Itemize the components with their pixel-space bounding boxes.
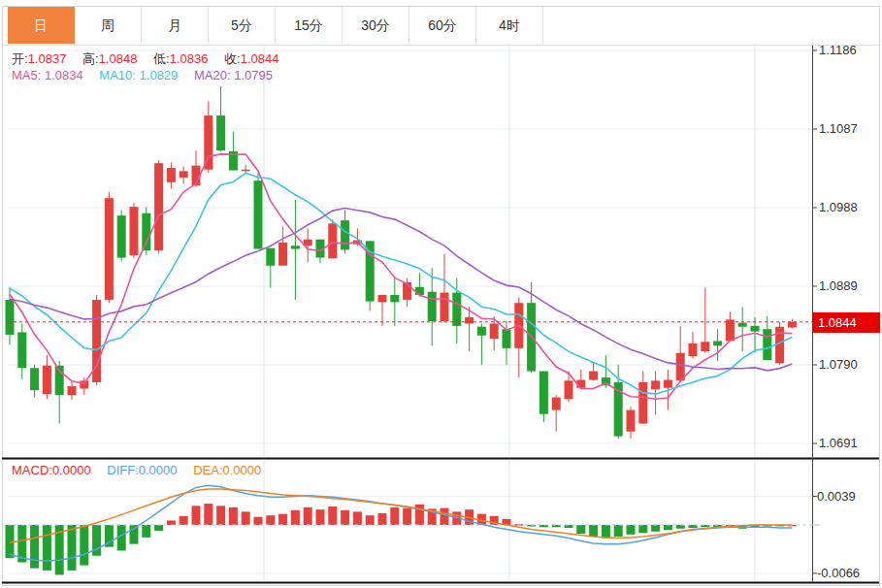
candle bbox=[651, 380, 660, 389]
candle bbox=[788, 322, 797, 328]
timeframe-tabbar: 日 周 月 5分 15分 30分 60分 4时 bbox=[8, 7, 543, 44]
candle bbox=[452, 293, 461, 326]
high-label: 高: bbox=[82, 51, 99, 66]
candle bbox=[117, 215, 126, 257]
candle bbox=[627, 410, 636, 432]
candle bbox=[638, 382, 647, 424]
candle bbox=[154, 163, 163, 250]
candle bbox=[68, 386, 77, 395]
trading-chart-app: 日 周 月 5分 15分 30分 60分 4时 开:1.0837 高:1.084… bbox=[0, 0, 882, 588]
macd-bar bbox=[589, 525, 598, 537]
candle bbox=[539, 372, 548, 414]
ma5-value: 1.0834 bbox=[45, 68, 83, 82]
macd-bar bbox=[378, 513, 387, 525]
candle bbox=[266, 248, 275, 266]
macd-bar bbox=[291, 510, 300, 525]
tab-4hour[interactable]: 4时 bbox=[476, 7, 543, 44]
macd-value: 0.0000 bbox=[52, 463, 91, 477]
candle bbox=[664, 380, 672, 388]
ma20-value: 1.0795 bbox=[234, 68, 273, 82]
ma5-label: MA5: bbox=[12, 68, 41, 82]
price-axis-label: 1.1186 bbox=[819, 43, 857, 57]
price-axis-label: 1.0889 bbox=[819, 278, 858, 293]
macd-bar bbox=[304, 507, 312, 525]
macd-bar bbox=[229, 507, 238, 525]
macd-bar bbox=[266, 515, 275, 525]
candle bbox=[328, 223, 337, 258]
tab-day[interactable]: 日 bbox=[8, 7, 75, 44]
candle bbox=[503, 329, 511, 348]
macd-bar bbox=[390, 507, 399, 525]
macd-bar bbox=[142, 525, 150, 538]
candle bbox=[676, 353, 685, 381]
chart-canvas[interactable] bbox=[0, 0, 882, 588]
macd-bar bbox=[576, 525, 585, 534]
tab-15min[interactable]: 15分 bbox=[276, 7, 343, 44]
candle bbox=[477, 327, 486, 336]
candle bbox=[726, 319, 735, 341]
high-value: 1.0848 bbox=[99, 51, 138, 66]
tab-60min[interactable]: 60分 bbox=[409, 7, 476, 44]
tab-week[interactable]: 周 bbox=[75, 7, 142, 44]
macd-histogram-layer bbox=[6, 504, 824, 574]
tab-30min[interactable]: 30分 bbox=[343, 7, 409, 44]
candle bbox=[242, 170, 250, 172]
ohlc-readout: 开:1.0837 高:1.0848 低:1.0836 收:1.0844 bbox=[12, 50, 291, 68]
candle bbox=[43, 366, 51, 394]
candle bbox=[254, 180, 263, 248]
candle bbox=[378, 295, 387, 302]
ma-readout: MA5: 1.0834 MA10: 1.0829 MA20: 1.0795 bbox=[12, 68, 285, 82]
candle bbox=[552, 398, 561, 410]
candle bbox=[17, 332, 26, 368]
macd-bar bbox=[80, 525, 88, 566]
dea-line bbox=[10, 489, 792, 542]
candle bbox=[278, 243, 287, 266]
price-axis-label: 1.1087 bbox=[819, 121, 858, 136]
ma5-line bbox=[10, 154, 792, 399]
macd-bar bbox=[192, 506, 201, 525]
candle bbox=[180, 171, 188, 178]
candle bbox=[6, 300, 15, 335]
candle bbox=[465, 317, 474, 324]
candle bbox=[738, 323, 747, 327]
ma10-value: 1.0829 bbox=[140, 68, 179, 82]
candle bbox=[130, 207, 139, 255]
last-price-badge: 1.0844 bbox=[813, 312, 880, 333]
macd-bar bbox=[167, 520, 176, 525]
tab-month[interactable]: 月 bbox=[142, 7, 209, 44]
close-label: 收: bbox=[224, 51, 241, 66]
macd-bar bbox=[43, 525, 51, 571]
low-label: 低: bbox=[153, 51, 170, 66]
macd-bar bbox=[614, 525, 623, 537]
macd-bar bbox=[415, 505, 424, 525]
candle bbox=[366, 241, 375, 301]
candle bbox=[763, 329, 771, 360]
macd-bar bbox=[441, 508, 449, 525]
price-axis-label: 1.0790 bbox=[819, 357, 858, 372]
candle bbox=[390, 295, 399, 302]
open-label: 开: bbox=[12, 51, 28, 66]
macd-bar bbox=[278, 514, 287, 525]
candle bbox=[216, 115, 225, 150]
low-value: 1.0836 bbox=[170, 51, 209, 66]
candle bbox=[30, 368, 39, 390]
macd-bar bbox=[204, 504, 212, 525]
candle bbox=[589, 372, 598, 380]
price-axis-label: 1.0988 bbox=[819, 200, 858, 214]
ma20-label: MA20: bbox=[194, 68, 231, 82]
macd-bar bbox=[316, 509, 325, 525]
candle bbox=[167, 168, 176, 182]
candle bbox=[341, 220, 349, 249]
macd-bar bbox=[328, 506, 337, 525]
tab-5min[interactable]: 5分 bbox=[209, 7, 276, 44]
macd-bar bbox=[242, 511, 250, 525]
macd-bar bbox=[638, 525, 647, 533]
macd-bar bbox=[403, 508, 411, 525]
candle bbox=[713, 341, 722, 345]
macd-bar bbox=[602, 525, 610, 539]
candle bbox=[142, 213, 150, 250]
candle bbox=[565, 380, 573, 399]
macd-bar bbox=[353, 511, 362, 525]
macd-bar bbox=[664, 525, 672, 530]
macd-bar bbox=[366, 515, 375, 525]
